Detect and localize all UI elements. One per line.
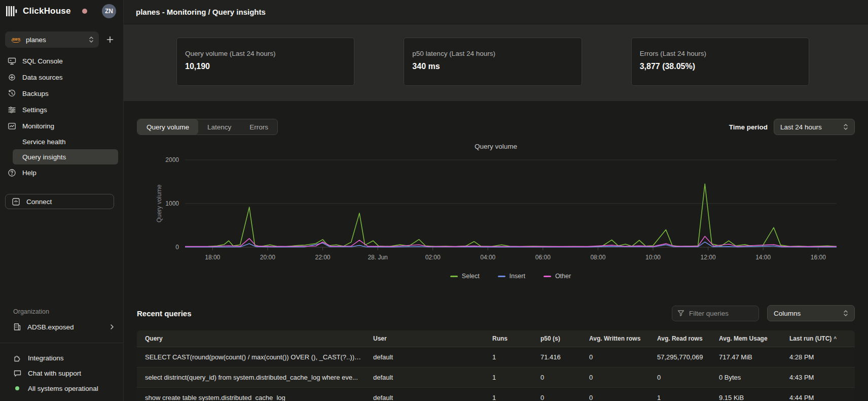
time-period-value: Last 24 hours (780, 123, 822, 131)
footer-item-label: Chat with support (28, 370, 81, 377)
sidebar-subitem-label: Service health (22, 138, 66, 146)
table-cell: 4:44 PM (781, 394, 855, 401)
x-tick-label: 10:00 (645, 254, 661, 261)
integrations-icon (13, 354, 22, 362)
legend-item-other[interactable]: Other (544, 272, 571, 280)
columns-select[interactable]: Columns (767, 305, 855, 321)
sidebar-item-chat-support[interactable]: Chat with support (0, 365, 123, 381)
sidebar-item-help[interactable]: Help (0, 164, 123, 181)
sidebar-item-settings[interactable]: Settings (0, 102, 123, 118)
chevron-updown-icon (89, 36, 94, 43)
monitoring-icon (8, 122, 16, 130)
filter-queries-input[interactable] (689, 310, 750, 317)
x-tick-label: 14:00 (755, 254, 771, 261)
columns-label: Columns (774, 310, 801, 317)
column-header[interactable]: User (365, 335, 484, 342)
table-cell: 0 (532, 394, 581, 401)
system-status[interactable]: All systems operational (0, 381, 123, 396)
sidebar-item-label: Settings (22, 106, 47, 114)
column-header[interactable]: Avg. Read rows (649, 335, 711, 342)
column-header[interactable]: Last run (UTC)^ (781, 335, 855, 342)
query-cell: show create table system.distributed_cac… (137, 394, 365, 401)
sidebar-subitem-service-health[interactable]: Service health (13, 134, 118, 149)
y-tick-label: 0 (175, 244, 179, 251)
sidebar-item-data-sources[interactable]: Data sources (0, 69, 123, 85)
time-period-label: Time period (729, 123, 768, 131)
column-header[interactable]: p50 (s) (532, 335, 581, 342)
x-tick-label: 12:00 (701, 254, 716, 261)
x-tick-label: 02:00 (425, 254, 441, 261)
chevron-updown-icon (843, 310, 848, 317)
main-area: planes - Monitoring / Query insights Que… (124, 0, 868, 401)
chart-legend: SelectInsertOther (152, 272, 868, 280)
stat-cards-band: Query volume (Last 24 hours) 10,190 p50 … (124, 24, 868, 101)
page-title: planes - Monitoring / Query insights (136, 8, 266, 16)
filter-queries-box[interactable] (672, 306, 759, 321)
sidebar-item-sql-console[interactable]: SQL Console (0, 53, 123, 69)
sidebar-item-monitoring[interactable]: Monitoring (0, 118, 123, 134)
sidebar-item-label: Monitoring (22, 122, 54, 130)
settings-sliders-icon (8, 106, 16, 114)
table-row[interactable]: show create table system.distributed_cac… (137, 388, 855, 401)
stat-card-errors: Errors (Last 24 hours) 3,877 (38.05%) (631, 38, 809, 86)
table-row[interactable]: select distrinct(query_id) from system.d… (137, 367, 855, 388)
column-header[interactable]: Avg. Mem Usage (711, 335, 781, 342)
table-cell: 1 (484, 394, 532, 401)
sidebar-item-integrations[interactable]: Integrations (0, 350, 123, 365)
x-tick-label: 04:00 (480, 254, 495, 261)
service-name: planes (26, 36, 46, 44)
table-cell: 9.15 KiB (711, 394, 781, 401)
legend-label: Other (555, 273, 571, 280)
legend-item-insert[interactable]: Insert (498, 272, 525, 280)
table-cell: default (365, 394, 484, 401)
aws-icon: aws (11, 37, 21, 43)
connect-button[interactable]: Connect (5, 194, 114, 209)
organization-label: Organization (13, 308, 123, 315)
table-cell: 4:28 PM (781, 353, 855, 361)
sidebar-subitem-label: Query insights (22, 153, 66, 161)
chat-icon (13, 369, 22, 378)
x-tick-label: 28. Jun (368, 254, 387, 261)
legend-dash-icon (544, 276, 551, 277)
sidebar-menu: SQL Console Data sources Backups (0, 53, 123, 181)
legend-item-select[interactable]: Select (450, 272, 480, 280)
x-tick-label: 16:00 (811, 254, 826, 261)
table-cell: 4:43 PM (781, 374, 855, 381)
stat-card-query-volume: Query volume (Last 24 hours) 10,190 (176, 38, 354, 86)
column-header[interactable]: Avg. Written rows (581, 335, 649, 342)
column-header[interactable]: Query (137, 335, 365, 342)
sidebar-subitem-query-insights[interactable]: Query insights (13, 149, 118, 164)
sidebar-item-label: Data sources (22, 74, 63, 81)
status-ok-icon (15, 386, 19, 390)
add-service-button[interactable] (103, 32, 117, 47)
tab-query-volume[interactable]: Query volume (137, 119, 198, 135)
logo-row: ClickHouse ZN (0, 0, 123, 22)
stat-value: 340 ms (412, 62, 573, 71)
chevron-right-icon (110, 324, 114, 330)
table-cell: 0 (649, 374, 711, 381)
user-avatar[interactable]: ZN (102, 4, 116, 18)
table-cell: default (365, 353, 484, 361)
organization-name: ADSB.exposed (27, 323, 74, 331)
time-period-select[interactable]: Last 24 hours (774, 119, 855, 135)
table-header-row: QueryUserRunsp50 (s)Avg. Written rowsAvg… (137, 330, 855, 347)
table-cell: 0 Bytes (711, 374, 781, 381)
service-selector[interactable]: aws planes (5, 31, 99, 48)
organization-selector[interactable]: ADSB.exposed (0, 319, 123, 335)
table-row[interactable]: SELECT CAST(round(pow(count() / max(coun… (137, 347, 855, 367)
tab-errors[interactable]: Errors (240, 119, 277, 135)
chart-title: Query volume (137, 143, 855, 152)
sidebar-footer: Organization ADSB.exposed (0, 308, 123, 396)
table-cell: 57,295,770,069 (649, 353, 711, 361)
sidebar-item-label: SQL Console (22, 57, 63, 65)
page-header: planes - Monitoring / Query insights (124, 0, 868, 24)
sidebar-item-backups[interactable]: Backups (0, 85, 123, 102)
brand-name: ClickHouse (23, 6, 71, 16)
sidebar: ClickHouse ZN aws planes (0, 0, 124, 401)
tab-latency[interactable]: Latency (198, 119, 240, 135)
query-volume-chart[interactable]: 010002000Query volume18:0020:0022:0028. … (137, 152, 855, 263)
table-cell: default (365, 374, 484, 381)
table-cell: 717.47 MiB (711, 353, 781, 361)
filter-funnel-icon (677, 310, 684, 317)
column-header[interactable]: Runs (484, 335, 532, 342)
